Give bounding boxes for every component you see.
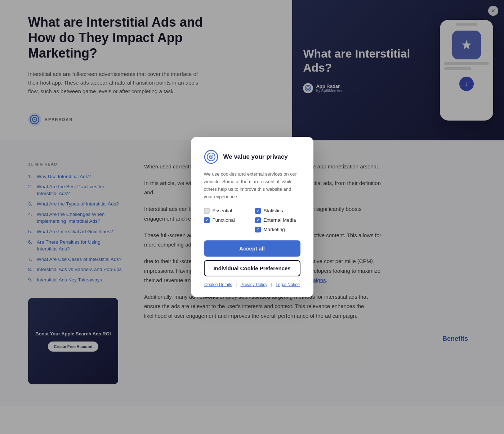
cookie-option-functional: Functional — [204, 217, 249, 223]
cookie-option-external-media: External Media — [255, 217, 300, 223]
separator-2: | — [271, 282, 272, 287]
cookie-modal-overlay[interactable]: We value your privacy We use cookies and… — [0, 0, 504, 406]
modal-header: We value your privacy — [204, 150, 300, 164]
external-media-label: External Media — [264, 217, 296, 223]
statistics-checkbox[interactable] — [255, 208, 261, 214]
statistics-label: Statistics — [264, 208, 283, 213]
essential-checkbox[interactable] — [204, 208, 210, 214]
functional-checkbox[interactable] — [204, 217, 210, 223]
legal-notice-link[interactable]: Legal Notice — [276, 282, 300, 287]
individual-preferences-button[interactable]: Individual Cookie Preferences — [204, 260, 300, 276]
cookie-option-marketing: Marketing — [255, 227, 300, 232]
cookie-option-essential: Essential — [204, 208, 249, 214]
functional-label: Functional — [213, 217, 235, 223]
svg-point-10 — [210, 156, 212, 158]
cookie-modal: We value your privacy We use cookies and… — [191, 137, 313, 297]
cookie-option-statistics: Statistics — [255, 208, 300, 214]
cookie-details-link[interactable]: Cookie Details — [204, 282, 232, 287]
modal-description: We use cookies and external services on … — [204, 171, 300, 200]
modal-title: We value your privacy — [223, 153, 288, 161]
modal-logo-icon — [204, 150, 218, 164]
marketing-label: Marketing — [264, 227, 285, 232]
modal-footer-links: Cookie Details | Privacy Policy | Legal … — [204, 282, 300, 287]
separator-1: | — [236, 282, 237, 287]
external-media-checkbox[interactable] — [255, 217, 261, 223]
privacy-policy-link[interactable]: Privacy Policy — [240, 282, 267, 287]
cookie-options-grid: Essential Statistics Functional External… — [204, 208, 300, 232]
marketing-checkbox[interactable] — [255, 227, 261, 232]
essential-label: Essential — [213, 208, 232, 213]
accept-all-button[interactable]: Accept all — [204, 240, 300, 257]
